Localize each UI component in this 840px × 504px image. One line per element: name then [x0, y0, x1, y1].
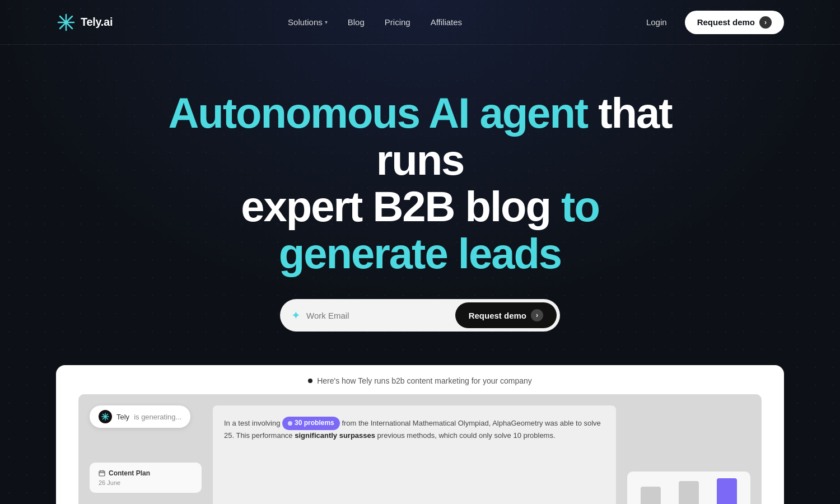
logo-icon [56, 12, 76, 32]
highlight-badge: 30 problems [282, 417, 340, 430]
email-form: ✦ Request demo › [280, 299, 560, 332]
arrow-circle-icon: › [531, 309, 543, 321]
demo-center-panel: In a test involving 30 problems from the… [213, 405, 616, 504]
demo-right-panel: 136k 1,2M 2.4% [627, 405, 750, 504]
nav-request-demo-button[interactable]: Request demo › [685, 11, 784, 34]
content-plan-card: Content Plan 26 June [90, 463, 202, 493]
email-input[interactable] [306, 311, 450, 320]
stat-item-1: 136k [634, 478, 668, 504]
svg-rect-8 [99, 471, 105, 476]
bullet-icon [308, 379, 312, 383]
stat-item-3: 2.4% [710, 478, 744, 504]
nav-actions: Login Request demo › [637, 11, 784, 34]
hero-title: Autonomous AI agent that runs expert B2B… [168, 90, 672, 277]
login-button[interactable]: Login [637, 13, 676, 31]
logo-text: Tely.ai [81, 16, 113, 29]
stat-bar-2 [679, 481, 699, 504]
demo-subtitle: Here's how Tely runs b2b content marketi… [56, 376, 784, 385]
arrow-icon: › [759, 16, 772, 29]
calendar-icon [99, 470, 105, 477]
navbar: Tely.ai Solutions ▾ Blog Pricing Affilia… [0, 0, 840, 45]
tely-logo-icon [99, 410, 112, 423]
demo-inner: Tely is generating... Content Plan 26 Ju… [78, 394, 762, 504]
stat-bar-3 [717, 478, 737, 504]
nav-links: Solutions ▾ Blog Pricing Affiliates [288, 17, 462, 27]
nav-solutions-link[interactable]: Solutions ▾ [288, 17, 328, 27]
demo-section: Here's how Tely runs b2b content marketi… [56, 365, 784, 504]
asterisk-icon: ✦ [291, 309, 301, 322]
hero-request-demo-button[interactable]: Request demo › [455, 302, 557, 328]
content-plan-title: Content Plan [99, 469, 193, 477]
tely-badge: Tely is generating... [90, 405, 190, 428]
stat-item-2: 1,2M [672, 478, 706, 504]
hero-section: Autonomous AI agent that runs expert B2B… [0, 45, 840, 332]
logo-link[interactable]: Tely.ai [56, 12, 113, 32]
stat-bar-1 [641, 487, 661, 504]
nav-affiliates-link[interactable]: Affiliates [431, 17, 462, 27]
chevron-down-icon: ▾ [325, 19, 328, 25]
nav-blog-link[interactable]: Blog [348, 17, 365, 27]
nav-pricing-link[interactable]: Pricing [385, 17, 410, 27]
stats-card: 136k 1,2M 2.4% [627, 472, 750, 504]
demo-left-panel: Tely is generating... Content Plan 26 Ju… [90, 405, 202, 504]
